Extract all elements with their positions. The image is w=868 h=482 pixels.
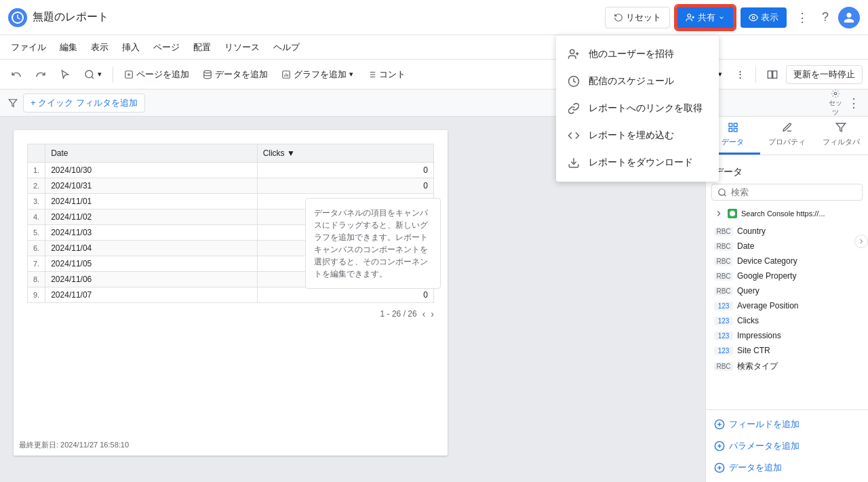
divider-1 bbox=[113, 66, 113, 83]
row-number: 2. bbox=[28, 178, 45, 194]
field-type-badge: RBC bbox=[714, 272, 733, 281]
add-page-button[interactable]: ページを追加 bbox=[119, 64, 195, 85]
add-field-button[interactable]: フィールドを追加 bbox=[711, 416, 863, 433]
select-tool[interactable] bbox=[54, 65, 76, 84]
download-report-item[interactable]: レポートをダウンロード bbox=[556, 149, 719, 176]
panel-content: データ Search Console https://... RBC Count… bbox=[706, 155, 868, 409]
field-item[interactable]: 123 Site CTR bbox=[711, 343, 863, 358]
help-button[interactable]: ? bbox=[818, 6, 833, 28]
svg-rect-31 bbox=[734, 123, 737, 127]
embed-icon bbox=[567, 129, 580, 142]
svg-rect-33 bbox=[734, 128, 737, 132]
table-header-date[interactable]: Date bbox=[45, 144, 257, 163]
add-filter-button[interactable]: + クイック フィルタを追加 bbox=[23, 94, 145, 113]
zoom-button[interactable]: ▾ bbox=[79, 65, 107, 84]
menu-page[interactable]: ページ bbox=[148, 39, 185, 56]
add-chart-button[interactable]: グラフを追加 ▾ bbox=[276, 64, 359, 85]
row-date: 2024/11/01 bbox=[45, 194, 257, 209]
search-input[interactable] bbox=[731, 187, 856, 197]
undo-button[interactable] bbox=[5, 65, 27, 84]
field-type-badge: RBC bbox=[714, 242, 733, 251]
svg-line-6 bbox=[92, 77, 94, 79]
prev-page-button[interactable]: ‹ bbox=[422, 308, 426, 319]
menu-help[interactable]: ヘルプ bbox=[268, 39, 305, 56]
field-item[interactable]: 123 Clicks bbox=[711, 313, 863, 328]
data-source-item[interactable]: Search Console https://... bbox=[711, 206, 863, 221]
menu-resources[interactable]: リソース bbox=[219, 39, 265, 56]
panel-search-box[interactable] bbox=[711, 184, 863, 201]
redo-button[interactable] bbox=[30, 65, 52, 84]
field-type-badge: 123 bbox=[714, 332, 733, 340]
search-icon bbox=[717, 188, 727, 197]
field-item[interactable]: RBC 検索タイプ bbox=[711, 358, 863, 375]
field-name: 検索タイプ bbox=[737, 361, 778, 372]
menu-file[interactable]: ファイル bbox=[5, 39, 52, 56]
field-name: Date bbox=[737, 241, 754, 251]
field-type-badge: RBC bbox=[714, 227, 733, 236]
field-item[interactable]: 123 Impressions bbox=[711, 328, 863, 343]
filter-tab-icon bbox=[835, 122, 846, 136]
field-name: Query bbox=[737, 286, 760, 296]
embed-report-item[interactable]: レポートを埋め込む bbox=[556, 122, 719, 149]
menu-edit[interactable]: 編集 bbox=[54, 39, 83, 56]
row-clicks: 0 bbox=[257, 163, 433, 178]
schedule-label: 配信のスケジュール bbox=[589, 75, 674, 87]
row-date: 2024/11/04 bbox=[45, 241, 257, 256]
menubar: ファイル 編集 表示 挿入 ページ 配置 リソース ヘルプ bbox=[0, 35, 868, 60]
more-tools-button[interactable]: ⋮ bbox=[730, 65, 750, 83]
settings-panel-button[interactable]: セッ ツ bbox=[829, 89, 842, 117]
row-date: 2024/11/07 bbox=[45, 287, 257, 303]
update-pause-button[interactable]: 更新を一時停止 bbox=[786, 65, 863, 84]
row-date: 2024/11/03 bbox=[45, 225, 257, 241]
share-button[interactable]: 共有 bbox=[675, 5, 735, 30]
table-row: 2. 2024/10/31 0 bbox=[28, 178, 434, 194]
menu-arrange[interactable]: 配置 bbox=[188, 39, 216, 56]
schedule-delivery-item[interactable]: 配信のスケジュール bbox=[556, 68, 719, 95]
next-page-button[interactable]: › bbox=[431, 308, 434, 319]
topbar-right: リセット 共有 表示 ⋮ ? bbox=[605, 5, 860, 30]
invite-users-item[interactable]: 他のユーザーを招待 bbox=[556, 41, 719, 68]
svg-point-29 bbox=[834, 92, 837, 95]
app-icon bbox=[8, 8, 27, 27]
filter-icon bbox=[8, 98, 18, 108]
columns-button[interactable] bbox=[762, 65, 783, 84]
add-data-button-panel[interactable]: データを追加 bbox=[711, 459, 863, 477]
tab-properties[interactable]: プロパティ bbox=[760, 117, 814, 155]
field-item[interactable]: RBC Query bbox=[711, 283, 863, 298]
field-list: RBC Country RBC Date RBC Device Category… bbox=[711, 224, 863, 375]
reset-button[interactable]: リセット bbox=[605, 7, 670, 28]
panel-expand-button[interactable] bbox=[854, 235, 868, 248]
invite-label: 他のユーザーを招待 bbox=[589, 48, 674, 60]
svg-point-5 bbox=[85, 71, 93, 78]
data-source-label: Search Console https://... bbox=[741, 209, 825, 218]
table-header-clicks[interactable]: Clicks ▼ bbox=[257, 144, 433, 163]
field-item[interactable]: 123 Average Position bbox=[711, 298, 863, 313]
add-parameter-button[interactable]: パラメータを追加 bbox=[711, 437, 863, 455]
more-options-button[interactable]: ⋮ bbox=[792, 6, 812, 29]
more-filter-button[interactable]: ⋮ bbox=[848, 96, 860, 111]
row-number: 8. bbox=[28, 272, 45, 287]
field-item[interactable]: RBC Google Property bbox=[711, 268, 863, 283]
controls-button[interactable]: コント bbox=[361, 64, 411, 85]
field-item[interactable]: RBC Country bbox=[711, 224, 863, 239]
row-clicks: 0 bbox=[257, 287, 433, 303]
field-type-badge: RBC bbox=[714, 257, 733, 266]
table-row: 1. 2024/10/30 0 bbox=[28, 163, 434, 178]
svg-rect-26 bbox=[768, 71, 772, 78]
add-data-button[interactable]: データを追加 bbox=[197, 64, 273, 85]
data-tab-icon bbox=[728, 122, 738, 136]
data-source-icon bbox=[728, 209, 737, 218]
field-name: Average Position bbox=[737, 301, 799, 310]
menu-insert[interactable]: 挿入 bbox=[117, 39, 145, 56]
field-type-badge: RBC bbox=[714, 287, 733, 296]
get-link-item[interactable]: レポートへのリンクを取得 bbox=[556, 95, 719, 122]
tab-filter[interactable]: フィルタパ bbox=[814, 117, 868, 155]
row-date: 2024/11/02 bbox=[45, 209, 257, 225]
field-name: Device Category bbox=[737, 256, 797, 266]
menu-view[interactable]: 表示 bbox=[85, 39, 114, 56]
field-name: Clicks bbox=[737, 316, 759, 325]
view-button[interactable]: 表示 bbox=[741, 7, 787, 28]
field-item[interactable]: RBC Device Category bbox=[711, 254, 863, 268]
field-type-badge: 123 bbox=[714, 346, 733, 355]
field-item[interactable]: RBC Date bbox=[711, 239, 863, 254]
